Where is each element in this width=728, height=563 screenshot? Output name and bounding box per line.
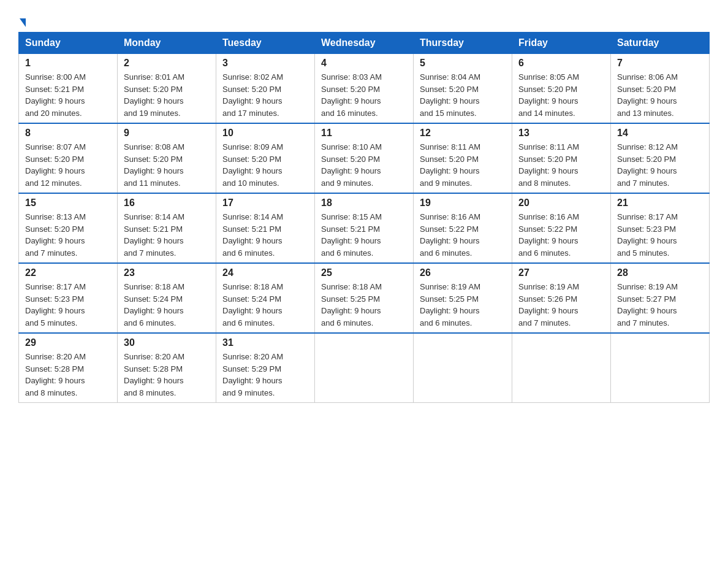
day-number: 2 xyxy=(124,58,210,69)
calendar-week-1: 1Sunrise: 8:00 AMSunset: 5:21 PMDaylight… xyxy=(19,54,710,124)
day-info: Sunrise: 8:13 AMSunset: 5:20 PMDaylight:… xyxy=(25,211,111,259)
day-number: 11 xyxy=(321,128,407,139)
day-info: Sunrise: 8:03 AMSunset: 5:20 PMDaylight:… xyxy=(321,71,407,119)
day-number: 15 xyxy=(25,197,111,209)
calendar-cell: 21Sunrise: 8:17 AMSunset: 5:23 PMDayligh… xyxy=(611,193,710,263)
day-info: Sunrise: 8:14 AMSunset: 5:21 PMDaylight:… xyxy=(124,211,210,259)
weekday-header-friday: Friday xyxy=(512,33,611,54)
day-number: 19 xyxy=(420,197,506,209)
calendar-cell: 5Sunrise: 8:04 AMSunset: 5:20 PMDaylight… xyxy=(414,54,512,124)
day-number: 12 xyxy=(420,128,506,139)
calendar-cell: 4Sunrise: 8:03 AMSunset: 5:20 PMDaylight… xyxy=(315,54,414,124)
calendar-cell: 27Sunrise: 8:19 AMSunset: 5:26 PMDayligh… xyxy=(512,263,611,333)
calendar-cell: 31Sunrise: 8:20 AMSunset: 5:29 PMDayligh… xyxy=(216,333,315,403)
calendar-table: SundayMondayTuesdayWednesdayThursdayFrid… xyxy=(18,32,710,403)
calendar-cell: 25Sunrise: 8:18 AMSunset: 5:25 PMDayligh… xyxy=(315,263,414,333)
calendar-cell: 30Sunrise: 8:20 AMSunset: 5:28 PMDayligh… xyxy=(118,333,216,403)
calendar-cell: 24Sunrise: 8:18 AMSunset: 5:24 PMDayligh… xyxy=(216,263,315,333)
weekday-header-sunday: Sunday xyxy=(19,33,118,54)
calendar-cell: 18Sunrise: 8:15 AMSunset: 5:21 PMDayligh… xyxy=(315,193,414,263)
day-info: Sunrise: 8:16 AMSunset: 5:22 PMDaylight:… xyxy=(518,211,604,259)
calendar-cell: 6Sunrise: 8:05 AMSunset: 5:20 PMDaylight… xyxy=(512,54,611,124)
day-number: 27 xyxy=(518,267,604,278)
calendar-cell: 29Sunrise: 8:20 AMSunset: 5:28 PMDayligh… xyxy=(19,333,118,403)
calendar-week-5: 29Sunrise: 8:20 AMSunset: 5:28 PMDayligh… xyxy=(19,333,710,403)
calendar-cell: 8Sunrise: 8:07 AMSunset: 5:20 PMDaylight… xyxy=(19,123,118,193)
day-number: 6 xyxy=(518,58,604,69)
calendar-cell xyxy=(315,333,414,403)
day-info: Sunrise: 8:18 AMSunset: 5:24 PMDaylight:… xyxy=(222,281,308,329)
day-number: 25 xyxy=(321,267,407,278)
calendar-cell: 28Sunrise: 8:19 AMSunset: 5:27 PMDayligh… xyxy=(611,263,710,333)
calendar-cell xyxy=(414,333,512,403)
day-info: Sunrise: 8:20 AMSunset: 5:28 PMDaylight:… xyxy=(25,351,111,399)
day-number: 26 xyxy=(420,267,506,278)
day-number: 28 xyxy=(617,267,703,278)
day-info: Sunrise: 8:19 AMSunset: 5:26 PMDaylight:… xyxy=(518,281,604,329)
day-info: Sunrise: 8:14 AMSunset: 5:21 PMDaylight:… xyxy=(222,211,308,259)
calendar-cell: 22Sunrise: 8:17 AMSunset: 5:23 PMDayligh… xyxy=(19,263,118,333)
day-number: 5 xyxy=(420,58,506,69)
day-number: 24 xyxy=(222,267,308,278)
calendar-cell: 17Sunrise: 8:14 AMSunset: 5:21 PMDayligh… xyxy=(216,193,315,263)
calendar-cell: 11Sunrise: 8:10 AMSunset: 5:20 PMDayligh… xyxy=(315,123,414,193)
weekday-header-monday: Monday xyxy=(118,33,216,54)
calendar-cell: 12Sunrise: 8:11 AMSunset: 5:20 PMDayligh… xyxy=(414,123,512,193)
day-number: 16 xyxy=(124,197,210,209)
weekday-header-wednesday: Wednesday xyxy=(315,33,414,54)
day-info: Sunrise: 8:09 AMSunset: 5:20 PMDaylight:… xyxy=(222,141,308,189)
calendar-cell: 15Sunrise: 8:13 AMSunset: 5:20 PMDayligh… xyxy=(19,193,118,263)
day-number: 21 xyxy=(617,197,703,209)
day-info: Sunrise: 8:20 AMSunset: 5:29 PMDaylight:… xyxy=(222,351,308,399)
calendar-cell: 19Sunrise: 8:16 AMSunset: 5:22 PMDayligh… xyxy=(414,193,512,263)
day-number: 23 xyxy=(124,267,210,278)
weekday-header-tuesday: Tuesday xyxy=(216,33,315,54)
calendar-cell: 14Sunrise: 8:12 AMSunset: 5:20 PMDayligh… xyxy=(611,123,710,193)
day-info: Sunrise: 8:04 AMSunset: 5:20 PMDaylight:… xyxy=(420,71,506,119)
calendar-cell: 9Sunrise: 8:08 AMSunset: 5:20 PMDaylight… xyxy=(118,123,216,193)
calendar-cell xyxy=(611,333,710,403)
day-info: Sunrise: 8:10 AMSunset: 5:20 PMDaylight:… xyxy=(321,141,407,189)
calendar-week-3: 15Sunrise: 8:13 AMSunset: 5:20 PMDayligh… xyxy=(19,193,710,263)
day-number: 7 xyxy=(617,58,703,69)
day-info: Sunrise: 8:18 AMSunset: 5:25 PMDaylight:… xyxy=(321,281,407,329)
day-number: 9 xyxy=(124,128,210,139)
weekday-header-row: SundayMondayTuesdayWednesdayThursdayFrid… xyxy=(19,33,710,54)
day-info: Sunrise: 8:11 AMSunset: 5:20 PMDaylight:… xyxy=(420,141,506,189)
day-info: Sunrise: 8:19 AMSunset: 5:27 PMDaylight:… xyxy=(617,281,703,329)
day-info: Sunrise: 8:17 AMSunset: 5:23 PMDaylight:… xyxy=(617,211,703,259)
day-info: Sunrise: 8:08 AMSunset: 5:20 PMDaylight:… xyxy=(124,141,210,189)
calendar-week-4: 22Sunrise: 8:17 AMSunset: 5:23 PMDayligh… xyxy=(19,263,710,333)
day-info: Sunrise: 8:07 AMSunset: 5:20 PMDaylight:… xyxy=(25,141,111,189)
day-number: 30 xyxy=(124,337,210,348)
day-info: Sunrise: 8:19 AMSunset: 5:25 PMDaylight:… xyxy=(420,281,506,329)
day-number: 31 xyxy=(222,337,308,348)
day-info: Sunrise: 8:05 AMSunset: 5:20 PMDaylight:… xyxy=(518,71,604,119)
day-number: 10 xyxy=(222,128,308,139)
weekday-header-thursday: Thursday xyxy=(414,33,512,54)
day-number: 18 xyxy=(321,197,407,209)
day-number: 17 xyxy=(222,197,308,209)
day-info: Sunrise: 8:00 AMSunset: 5:21 PMDaylight:… xyxy=(25,71,111,119)
calendar-cell: 23Sunrise: 8:18 AMSunset: 5:24 PMDayligh… xyxy=(118,263,216,333)
day-info: Sunrise: 8:11 AMSunset: 5:20 PMDaylight:… xyxy=(518,141,604,189)
calendar-cell: 2Sunrise: 8:01 AMSunset: 5:20 PMDaylight… xyxy=(118,54,216,124)
day-info: Sunrise: 8:18 AMSunset: 5:24 PMDaylight:… xyxy=(124,281,210,329)
day-info: Sunrise: 8:02 AMSunset: 5:20 PMDaylight:… xyxy=(222,71,308,119)
day-info: Sunrise: 8:01 AMSunset: 5:20 PMDaylight:… xyxy=(124,71,210,119)
calendar-week-2: 8Sunrise: 8:07 AMSunset: 5:20 PMDaylight… xyxy=(19,123,710,193)
day-number: 4 xyxy=(321,58,407,69)
day-info: Sunrise: 8:17 AMSunset: 5:23 PMDaylight:… xyxy=(25,281,111,329)
day-number: 1 xyxy=(25,58,111,69)
page-header xyxy=(18,12,710,26)
day-number: 8 xyxy=(25,128,111,139)
day-info: Sunrise: 8:15 AMSunset: 5:21 PMDaylight:… xyxy=(321,211,407,259)
day-number: 20 xyxy=(518,197,604,209)
day-info: Sunrise: 8:16 AMSunset: 5:22 PMDaylight:… xyxy=(420,211,506,259)
calendar-cell: 26Sunrise: 8:19 AMSunset: 5:25 PMDayligh… xyxy=(414,263,512,333)
calendar-cell: 16Sunrise: 8:14 AMSunset: 5:21 PMDayligh… xyxy=(118,193,216,263)
weekday-header-saturday: Saturday xyxy=(611,33,710,54)
calendar-cell: 10Sunrise: 8:09 AMSunset: 5:20 PMDayligh… xyxy=(216,123,315,193)
calendar-cell: 13Sunrise: 8:11 AMSunset: 5:20 PMDayligh… xyxy=(512,123,611,193)
day-number: 22 xyxy=(25,267,111,278)
